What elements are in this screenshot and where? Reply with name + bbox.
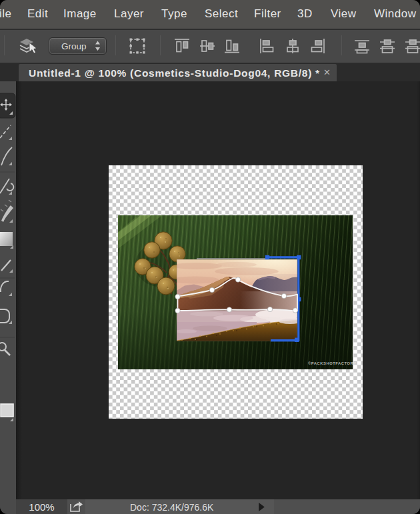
svg-text:Group: Group	[61, 41, 87, 51]
